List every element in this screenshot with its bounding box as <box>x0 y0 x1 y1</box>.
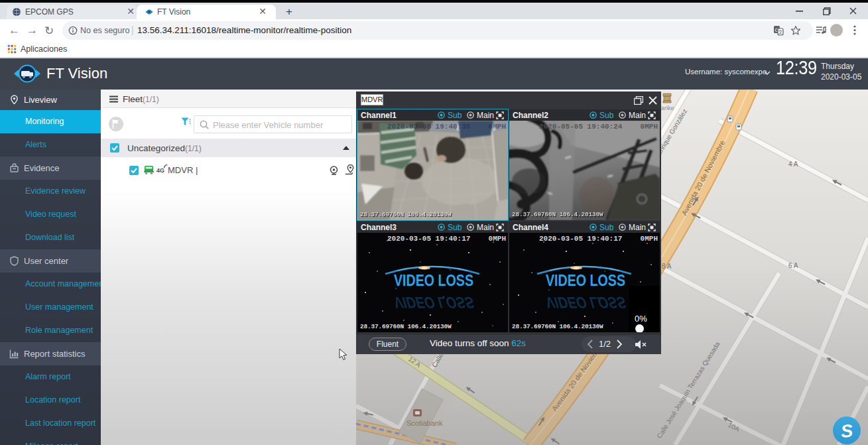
svg-text:S: S <box>840 420 854 442</box>
svg-text:VIDEO LOSS: VIDEO LOSS <box>544 294 629 311</box>
svg-text:VIDEO LOSS: VIDEO LOSS <box>392 294 477 311</box>
svg-text:文: 文 <box>778 29 783 35</box>
svg-text:VIDEO LOSS: VIDEO LOSS <box>394 271 473 289</box>
svg-text:VIDEO LOSS: VIDEO LOSS <box>546 271 625 289</box>
